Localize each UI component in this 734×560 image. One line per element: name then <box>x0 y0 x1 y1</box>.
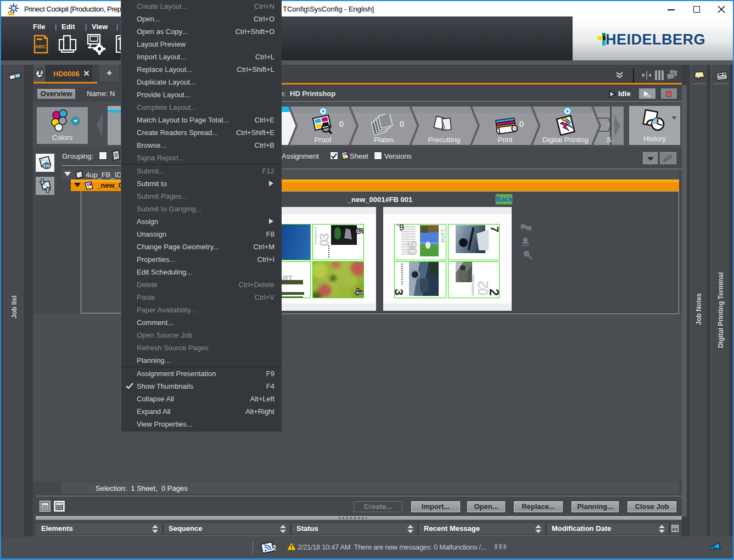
svg-text:ABC: ABC <box>35 44 46 49</box>
